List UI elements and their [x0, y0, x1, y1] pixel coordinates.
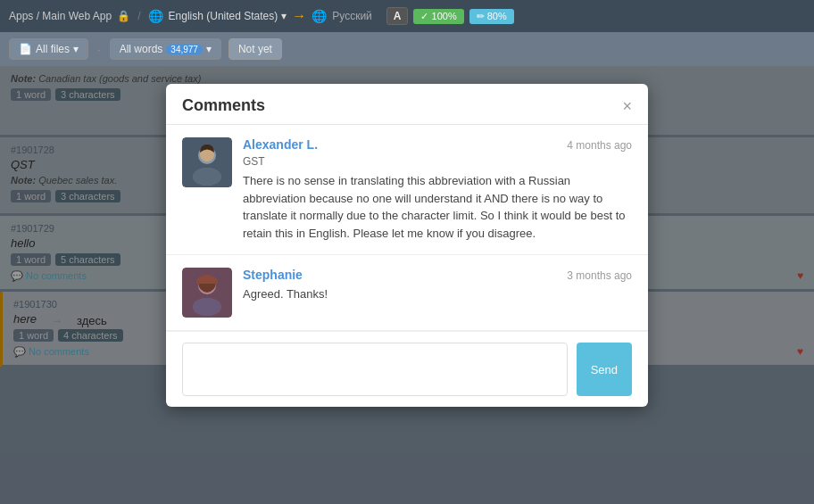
lock-icon: 🔒 — [117, 10, 130, 22]
top-nav: Apps / Main Web App 🔒 / 🌐 English (Unite… — [0, 0, 814, 32]
modal-title: Comments — [182, 96, 265, 115]
avatar — [182, 137, 232, 187]
main-area: Note: Canadian tax (goods and service ta… — [0, 66, 814, 504]
all-words-label: All words — [120, 43, 163, 55]
globe-icon: 🌐 — [148, 9, 163, 23]
svg-point-4 — [193, 168, 221, 186]
comment-time: 4 months ago — [567, 139, 632, 152]
edit-btn[interactable]: ✏ 80% — [469, 9, 514, 24]
language-from: English (United States) — [169, 10, 278, 22]
comment-author: Alexander L. — [243, 137, 318, 152]
target-language: Русский — [332, 10, 372, 22]
word-count-badge: 34,977 — [166, 45, 203, 54]
comment-text: There is no sense in translating this ab… — [243, 172, 632, 242]
file-icon: 📄 — [19, 43, 32, 55]
comment-input[interactable] — [182, 343, 568, 396]
comment-subtitle: GST — [243, 155, 632, 168]
approved-btn[interactable]: ✓ 100% — [413, 9, 463, 24]
all-files-label: All files — [36, 43, 70, 55]
svg-point-9 — [193, 298, 221, 316]
all-files-btn[interactable]: 📄 All files ▾ — [9, 38, 88, 60]
breadcrumb: Apps / Main Web App — [9, 10, 112, 22]
arrow-icon: → — [292, 8, 306, 24]
comment-content: Alexander L. 4 months ago GST There is n… — [243, 137, 632, 242]
comment-time: 3 months ago — [567, 269, 632, 282]
font-btn[interactable]: A — [386, 7, 409, 25]
avatar-image — [182, 268, 232, 318]
modal-body: Alexander L. 4 months ago GST There is n… — [166, 125, 648, 331]
comment-author: Stephanie — [243, 268, 303, 282]
not-yet-btn[interactable]: Not yet — [228, 38, 282, 60]
avatar — [182, 268, 232, 318]
send-button[interactable]: Send — [577, 343, 632, 396]
modal-overlay: Comments × — [0, 66, 814, 504]
comment-content: Stephanie 3 months ago Agreed. Thanks! — [243, 268, 632, 318]
language-selector[interactable]: English (United States) ▾ — [169, 10, 287, 22]
avatar-image — [182, 137, 232, 187]
target-globe-icon: 🌐 — [311, 9, 327, 23]
modal-header: Comments × — [166, 84, 648, 125]
all-words-btn[interactable]: All words 34,977 ▾ — [110, 38, 221, 60]
comment-text: Agreed. Thanks! — [243, 285, 632, 303]
close-button[interactable]: × — [622, 98, 632, 114]
list-item: Alexander L. 4 months ago GST There is n… — [166, 125, 648, 255]
filter-bar: 📄 All files ▾ · All words 34,977 ▾ Not y… — [0, 32, 814, 66]
comments-modal: Comments × — [166, 84, 648, 407]
comment-input-area: Send — [166, 331, 648, 407]
list-item: Stephanie 3 months ago Agreed. Thanks! — [166, 255, 648, 331]
